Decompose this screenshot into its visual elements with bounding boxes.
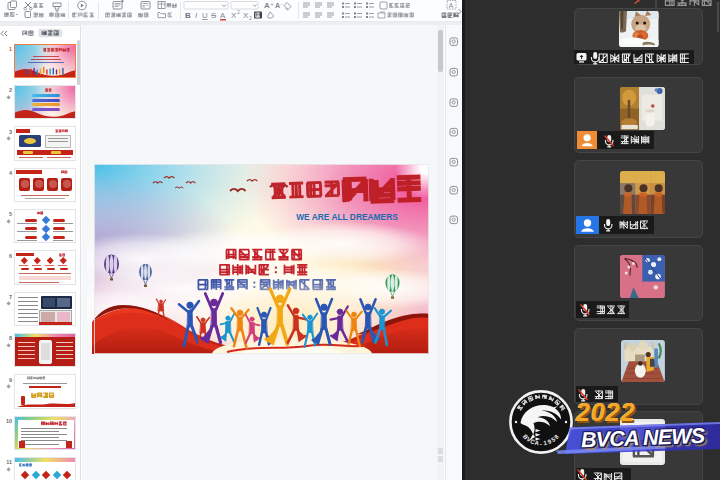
svg-text:A: A — [220, 11, 226, 20]
svg-text:S: S — [211, 11, 216, 20]
svg-text:-: - — [540, 441, 542, 447]
svg-text:2: 2 — [249, 15, 252, 21]
svg-text:WE ARE ALL DREAMERS: WE ARE ALL DREAMERS — [296, 211, 398, 221]
svg-text:A: A — [449, 2, 454, 9]
svg-text:+: + — [271, 1, 274, 7]
svg-text:U: U — [202, 11, 208, 20]
svg-text:-: - — [281, 1, 283, 7]
svg-text:A: A — [264, 1, 270, 10]
svg-text:A: A — [275, 2, 280, 9]
svg-text:2: 2 — [237, 9, 240, 15]
svg-text:I: I — [195, 11, 198, 20]
svg-text:B: B — [185, 11, 191, 20]
